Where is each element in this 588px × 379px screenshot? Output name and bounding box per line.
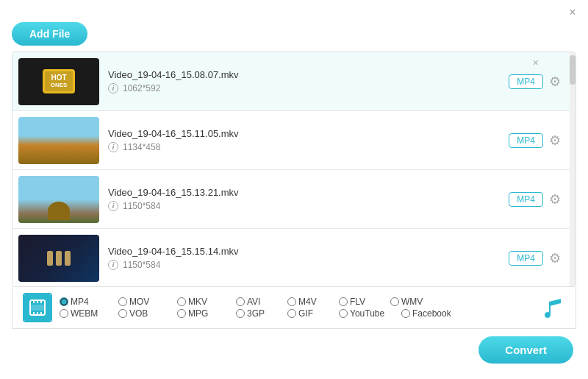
format-radio-mpg[interactable] — [177, 309, 186, 318]
scrollbar[interactable] — [570, 52, 576, 286]
format-radio-wmv[interactable] — [390, 297, 399, 306]
film-icon-container — [21, 291, 54, 324]
format-badge[interactable]: MP4 — [509, 251, 543, 266]
format-option-3gp[interactable]: 3GP — [236, 308, 287, 319]
format-radio-avi[interactable] — [236, 297, 245, 306]
table-row: HOT ONES Video_19-04-16_15.08.07.mkv i 1… — [12, 52, 576, 111]
video-meta: i 1134*458 — [108, 142, 509, 152]
format-option-facebook[interactable]: Facebook — [401, 308, 460, 319]
svg-rect-1 — [33, 300, 35, 303]
format-badge[interactable]: MP4 — [509, 133, 543, 148]
format-option-mp4[interactable]: MP4 — [60, 297, 118, 307]
video-thumbnail — [18, 117, 99, 164]
add-file-button[interactable]: Add File — [12, 22, 87, 46]
table-row: Video_19-04-16_15.15.14.mkv i 1150*584 M… — [12, 229, 576, 286]
video-resolution: 1134*458 — [123, 142, 160, 152]
svg-rect-3 — [40, 300, 42, 303]
svg-rect-7 — [30, 305, 45, 311]
format-radio-youtube[interactable] — [339, 309, 348, 318]
format-option-wmv[interactable]: WMV — [390, 297, 442, 307]
video-info: Video_19-04-16_15.13.21.mkv i 1150*584 — [108, 187, 509, 211]
settings-button[interactable]: ⚙ — [549, 191, 561, 208]
format-radio-mkv[interactable] — [177, 297, 186, 306]
thumbnail-image — [47, 251, 71, 266]
scrollbar-thumb[interactable] — [570, 55, 576, 85]
format-option-mov[interactable]: MOV — [118, 297, 177, 307]
format-radio-mov[interactable] — [118, 297, 127, 306]
format-badge[interactable]: MP4 — [509, 192, 543, 207]
settings-button[interactable]: ⚙ — [549, 132, 561, 149]
video-meta: i 1150*584 — [108, 260, 509, 270]
video-resolution: 1150*584 — [123, 201, 160, 211]
svg-rect-6 — [40, 312, 42, 315]
video-actions: MP4 ⚙ — [509, 132, 561, 149]
video-info: Video_19-04-16_15.11.05.mkv i 1134*458 — [108, 128, 509, 152]
settings-button[interactable]: ⚙ — [549, 250, 561, 266]
svg-rect-4 — [33, 312, 35, 315]
format-option-mkv[interactable]: MKV — [177, 297, 236, 307]
video-thumbnail: HOT ONES — [18, 58, 99, 105]
video-list: HOT ONES Video_19-04-16_15.08.07.mkv i 1… — [12, 52, 576, 286]
video-actions: MP4 ⚙ — [509, 250, 561, 266]
item-close-button[interactable]: × — [533, 57, 539, 68]
info-icon[interactable]: i — [108, 83, 118, 93]
format-option-webm[interactable]: WEBM — [60, 308, 118, 319]
format-bar: MP4 MOV MKV AVI M4V FLV WMV — [12, 287, 576, 329]
video-thumbnail — [18, 235, 99, 282]
format-option-gif[interactable]: GIF — [287, 308, 339, 319]
video-name: Video_19-04-16_15.13.21.mkv — [108, 187, 509, 198]
video-info: Video_19-04-16_15.08.07.mkv i 1062*592 — [108, 69, 509, 93]
format-option-flv[interactable]: FLV — [339, 297, 390, 307]
format-badge[interactable]: MP4 — [509, 74, 543, 89]
music-icon[interactable] — [540, 294, 567, 321]
window-close-button[interactable]: × — [566, 6, 579, 19]
title-bar: × — [0, 0, 588, 22]
video-meta: i 1062*592 — [108, 83, 509, 93]
video-resolution: 1062*592 — [123, 83, 160, 93]
video-name: Video_19-04-16_15.08.07.mkv — [108, 69, 509, 80]
format-row-1: MP4 MOV MKV AVI M4V FLV WMV — [60, 297, 534, 307]
thumbnail-image — [48, 202, 70, 220]
svg-rect-5 — [37, 312, 38, 315]
video-name: Video_19-04-16_15.11.05.mkv — [108, 128, 509, 139]
convert-button[interactable]: Convert — [478, 336, 573, 364]
video-info: Video_19-04-16_15.15.14.mkv i 1150*584 — [108, 246, 509, 270]
format-option-vob[interactable]: VOB — [118, 308, 177, 319]
film-svg — [29, 299, 46, 316]
music-note-svg — [542, 296, 565, 319]
format-row-2: WEBM VOB MPG 3GP GIF YouTube Facebook — [60, 308, 534, 319]
format-radio-vob[interactable] — [118, 309, 127, 318]
format-radio-webm[interactable] — [60, 309, 68, 318]
video-name: Video_19-04-16_15.15.14.mkv — [108, 246, 509, 257]
video-actions: MP4 ⚙ — [509, 74, 561, 90]
table-row: Video_19-04-16_15.11.05.mkv i 1134*458 M… — [12, 111, 576, 170]
format-option-m4v[interactable]: M4V — [287, 297, 339, 307]
format-option-youtube[interactable]: YouTube — [339, 308, 401, 319]
info-icon[interactable]: i — [108, 260, 118, 270]
format-option-avi[interactable]: AVI — [236, 297, 287, 307]
header: Add File — [0, 22, 588, 52]
format-radio-flv[interactable] — [339, 297, 348, 306]
format-radio-m4v[interactable] — [287, 297, 296, 306]
svg-rect-2 — [37, 300, 38, 303]
video-thumbnail — [18, 176, 99, 223]
info-icon[interactable]: i — [108, 142, 118, 152]
video-list-container: HOT ONES Video_19-04-16_15.08.07.mkv i 1… — [12, 52, 576, 287]
video-resolution: 1150*584 — [123, 260, 160, 270]
thumbnail-image: HOT ONES — [43, 69, 76, 93]
format-radio-3gp[interactable] — [236, 309, 245, 318]
table-row: Video_19-04-16_15.13.21.mkv i 1150*584 M… — [12, 170, 576, 229]
format-options-grid: MP4 MOV MKV AVI M4V FLV WMV — [60, 297, 534, 319]
settings-button[interactable]: ⚙ — [549, 74, 561, 90]
format-radio-facebook[interactable] — [401, 309, 410, 318]
film-icon-inner — [24, 294, 51, 321]
footer: Convert — [0, 329, 588, 371]
film-icon — [23, 293, 52, 322]
format-radio-gif[interactable] — [287, 309, 296, 318]
format-option-mpg[interactable]: MPG — [177, 308, 236, 319]
format-radio-mp4[interactable] — [60, 297, 68, 306]
info-icon[interactable]: i — [108, 201, 118, 211]
video-meta: i 1150*584 — [108, 201, 509, 211]
video-actions: MP4 ⚙ — [509, 191, 561, 208]
